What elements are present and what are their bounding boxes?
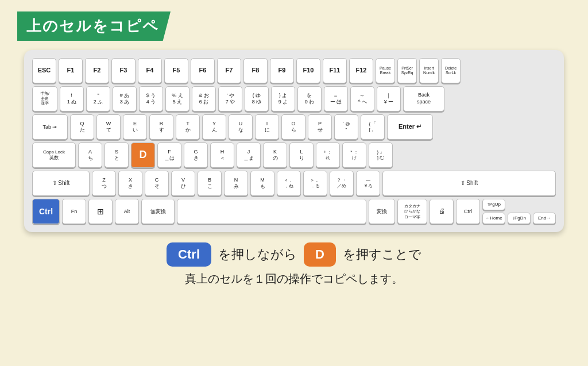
key-pause[interactable]: PauseBreak	[376, 58, 395, 83]
explanation-section: Ctrl を押しながら D を押すことで 真上のセルを１回の操作でコピペします。	[167, 242, 421, 287]
key-enter[interactable]: Enter ↵	[387, 114, 433, 140]
key-f12[interactable]: F12	[349, 58, 373, 83]
key-semicolon[interactable]: + ；れ	[316, 142, 340, 168]
key-ctrl-left[interactable]: Ctrl	[32, 199, 60, 224]
key-katakana[interactable]: カタカナひらがなローマ字	[397, 199, 427, 224]
key-p[interactable]: Pせ	[308, 114, 332, 140]
key-9[interactable]: ) よ9 よ	[271, 86, 295, 111]
key-esc[interactable]: ESC	[32, 58, 56, 83]
key-5[interactable]: % え5 え	[165, 86, 189, 111]
key-win[interactable]: ⊞	[88, 199, 113, 224]
key-t[interactable]: Tか	[176, 114, 200, 140]
key-backslash[interactable]: ― ￥ろ	[356, 171, 380, 196]
key-colon[interactable]: * ：け	[342, 142, 366, 168]
key-f8[interactable]: F8	[243, 58, 268, 83]
key-caret[interactable]: ～^ へ	[350, 86, 374, 111]
key-delete[interactable]: DeleteScrLk	[441, 58, 461, 83]
key-v[interactable]: Vひ	[171, 171, 195, 196]
key-1[interactable]: ！1 ぬ	[60, 86, 84, 111]
key-at[interactable]: ` @"	[334, 114, 358, 140]
key-f2[interactable]: F2	[85, 58, 109, 83]
key-i[interactable]: Iに	[255, 114, 279, 140]
key-e[interactable]: Eい	[123, 114, 147, 140]
key-end[interactable]: End→	[533, 213, 556, 224]
key-f5[interactable]: F5	[164, 58, 188, 83]
key-s[interactable]: Sと	[105, 142, 129, 168]
key-f7[interactable]: F7	[217, 58, 241, 83]
key-u[interactable]: Uな	[229, 114, 253, 140]
key-insert[interactable]: InsertNumlk	[419, 58, 439, 83]
key-8[interactable]: ( ゆ8 ゆ	[245, 86, 269, 111]
key-tab[interactable]: Tab ⇥	[32, 114, 68, 140]
key-shift-right[interactable]: ⇧ Shift	[382, 171, 556, 196]
zxcv-key-row: ⇧ Shift Zつ Xさ Cそ Vひ Bこ Nみ Mも ＜ 、，ね ＞ 。．る…	[32, 171, 556, 196]
bottom-key-row: Ctrl Fn ⊞ Alt 無変換 変換 カタカナひらがなローマ字 🖨 Ctrl…	[32, 199, 556, 224]
key-y[interactable]: Yん	[202, 114, 226, 140]
key-h[interactable]: H＜	[210, 142, 234, 168]
key-z[interactable]: Zつ	[92, 171, 116, 196]
key-fn[interactable]: Fn	[62, 199, 86, 224]
d-badge: D	[304, 242, 336, 267]
key-o[interactable]: Oら	[281, 114, 305, 140]
key-j[interactable]: J＿ま	[237, 142, 261, 168]
key-f1[interactable]: F1	[59, 58, 83, 83]
key-7[interactable]: ' や7 や	[218, 86, 242, 111]
asdf-key-row: Caps Lock英数 Aち Sと D F＿は Gき H＜ J＿ま Kの Lり …	[32, 142, 556, 168]
key-f10[interactable]: F10	[296, 58, 320, 83]
key-a[interactable]: Aち	[78, 142, 102, 168]
shortcut-line: Ctrl を押しながら D を押すことで	[167, 242, 421, 267]
key-prtscr[interactable]: PrtScrSyzRq	[397, 58, 417, 83]
key-slash[interactable]: ？ ・／め	[330, 171, 354, 196]
key-backspace[interactable]: Backspace	[403, 86, 444, 111]
key-shift-left[interactable]: ⇧ Shift	[32, 171, 90, 196]
key-k[interactable]: Kの	[263, 142, 287, 168]
key-q[interactable]: Qた	[70, 114, 94, 140]
key-f6[interactable]: F6	[191, 58, 215, 83]
key-f[interactable]: F＿は	[157, 142, 181, 168]
key-c[interactable]: Cそ	[145, 171, 169, 196]
key-pgdn[interactable]: ↓PgDn	[508, 213, 531, 224]
key-pgup[interactable]: ↑PgUp	[482, 199, 505, 210]
key-f3[interactable]: F3	[111, 58, 136, 83]
key-4[interactable]: $ う4 う	[139, 86, 163, 111]
key-henkan[interactable]: 変換	[369, 199, 395, 224]
key-l[interactable]: Lり	[289, 142, 314, 168]
key-b[interactable]: Bこ	[198, 171, 222, 196]
key-f4[interactable]: F4	[138, 58, 162, 83]
key-alt[interactable]: Alt	[115, 199, 139, 224]
fn-key-row: ESC F1 F2 F3 F4 F5 F6 F7 F8 F9 F10 F11 F…	[32, 58, 556, 83]
key-d[interactable]: D	[131, 142, 155, 168]
ctrl-badge: Ctrl	[167, 242, 211, 267]
key-comma[interactable]: ＜ 、，ね	[277, 171, 301, 196]
key-lbracket[interactable]: { 「[ 。	[361, 114, 385, 140]
key-print[interactable]: 🖨	[430, 199, 454, 224]
key-6[interactable]: & お6 お	[192, 86, 216, 111]
key-space[interactable]	[177, 199, 366, 224]
key-ctrl-right[interactable]: Ctrl	[456, 199, 480, 224]
key-0[interactable]: を0 わ	[297, 86, 322, 111]
key-muhenkan[interactable]: 無変換	[141, 199, 175, 224]
key-hankaku[interactable]: 半角/全角漢字	[32, 86, 57, 111]
keyboard: ESC F1 F2 F3 F4 F5 F6 F7 F8 F9 F10 F11 F…	[32, 58, 556, 224]
key-period[interactable]: ＞ 。．る	[303, 171, 327, 196]
qwerty-key-row: Tab ⇥ Qた Wて Eい Rす Tか Yん Uな Iに Oら Pせ ` @"…	[32, 114, 556, 140]
key-m[interactable]: Mも	[250, 171, 274, 196]
key-2[interactable]: "2 ふ	[86, 86, 110, 111]
description-text: 真上のセルを１回の操作でコピペします。	[185, 271, 403, 287]
key-g[interactable]: Gき	[184, 142, 208, 168]
page-title: 上のセルをコピペ	[17, 11, 171, 41]
key-home[interactable]: ←Home	[482, 213, 505, 224]
key-n[interactable]: Nみ	[224, 171, 248, 196]
key-capslock[interactable]: Caps Lock英数	[32, 142, 76, 168]
key-rbracket[interactable]: } 」] む	[369, 142, 393, 168]
key-yen[interactable]: ｜¥ ー	[377, 86, 401, 111]
text1: を押しながら	[218, 246, 297, 263]
key-minus[interactable]: ＝ー ほ	[324, 86, 348, 111]
key-3[interactable]: # あ3 あ	[113, 86, 137, 111]
text2: を押すことで	[343, 246, 421, 263]
key-f11[interactable]: F11	[323, 58, 347, 83]
key-w[interactable]: Wて	[96, 114, 121, 140]
key-r[interactable]: Rす	[149, 114, 173, 140]
key-x[interactable]: Xさ	[118, 171, 142, 196]
key-f9[interactable]: F9	[270, 58, 294, 83]
